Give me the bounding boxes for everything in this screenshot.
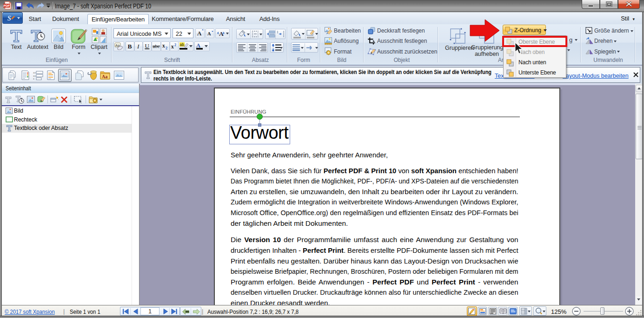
svg-text:B: B [127, 43, 132, 50]
svg-text:U: U [145, 42, 149, 49]
svg-text:ab: ab [180, 42, 185, 47]
svg-text:xx: xx [33, 75, 36, 78]
svg-text:x: x [33, 78, 34, 80]
svg-text:2: 2 [166, 46, 167, 50]
svg-text:x: x [171, 44, 174, 49]
svg-text:x: x [162, 43, 165, 48]
svg-text:A: A [207, 31, 211, 36]
svg-text:S: S [7, 14, 11, 22]
svg-text:PDF: PDF [3, 4, 10, 7]
svg-text:Aa: Aa [102, 74, 107, 79]
svg-text:xx: xx [33, 72, 36, 74]
svg-text:2: 2 [174, 43, 176, 47]
svg-text:I: I [137, 43, 140, 50]
svg-text:A: A [196, 42, 200, 49]
svg-text:A: A [219, 30, 224, 37]
svg-text:A: A [197, 30, 202, 37]
